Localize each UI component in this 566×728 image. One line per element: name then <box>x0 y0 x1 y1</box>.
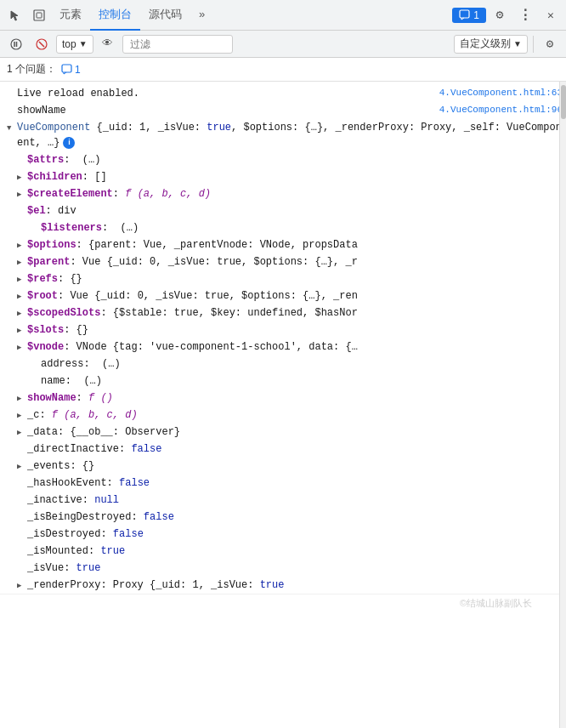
line-text: $createElement <box>27 186 113 202</box>
line-text: $root <box>27 288 58 304</box>
expand-arrow[interactable] <box>17 322 27 338</box>
console-line: $children: [] <box>0 168 566 185</box>
line-text: _hasHookEvent: <box>27 475 119 491</box>
line-text: _isDestroyed: <box>27 526 113 542</box>
tab-console[interactable]: 控制台 <box>90 0 140 31</box>
console-line: showName: f () <box>0 390 566 407</box>
console-line: _hasHookEvent: false <box>0 475 566 492</box>
line-text: _renderProxy: Proxy {_uid: 1, _isVue: <box>27 577 260 593</box>
box-icon[interactable] <box>27 3 51 27</box>
console-line: _c: f (a, b, c, d) <box>0 407 566 424</box>
console-line: $root: Vue {_uid: 0, _isVue: true, $opti… <box>0 287 566 304</box>
line-source-link[interactable]: 4.VueComponent.html:63 <box>439 86 563 101</box>
line-text: $attrs <box>27 152 64 168</box>
expand-arrow[interactable] <box>17 186 27 202</box>
svg-rect-8 <box>62 65 71 72</box>
line-text: name: (…) <box>41 373 102 389</box>
console-settings-icon[interactable]: ⚙ <box>539 33 561 55</box>
console-line: $attrs: (…) <box>0 151 566 168</box>
message-count: 1 <box>473 9 479 21</box>
line-text: showName <box>17 103 66 118</box>
expand-arrow[interactable] <box>17 458 27 474</box>
tab-more[interactable]: » <box>190 0 213 31</box>
console-line: $refs: {} <box>0 270 566 287</box>
expand-arrow[interactable] <box>17 407 27 423</box>
console-line: _isVue: true <box>0 560 566 577</box>
message-badge[interactable]: 1 <box>452 8 486 23</box>
svg-line-7 <box>39 42 44 47</box>
more-vert-icon[interactable]: ⋮ <box>513 3 537 27</box>
line-text: $refs <box>27 271 58 287</box>
line-text: _events: {} <box>27 458 94 474</box>
issues-label: 1 个问题： <box>7 62 56 77</box>
expand-arrow[interactable] <box>7 120 17 135</box>
console-line: $options: {parent: Vue, _parentVnode: VN… <box>0 236 566 253</box>
chevron-down-icon: ▼ <box>513 39 522 48</box>
line-text: $options <box>27 237 76 253</box>
line-text: VueComponent {_uid: 1, _isVue: true, $op… <box>17 120 563 151</box>
close-icon[interactable]: ✕ <box>539 3 563 27</box>
line-text: _data: {__ob__: Observer} <box>27 424 180 440</box>
line-text: address: (…) <box>41 356 121 372</box>
console-line: address: (…) <box>0 355 566 373</box>
scrollbar-track[interactable] <box>559 82 566 728</box>
watermark: ©结城山脉副队长 <box>460 597 532 610</box>
console-line: name: (…) <box>0 373 566 390</box>
console-area[interactable]: Live reload enabled. 4.VueComponent.html… <box>0 82 566 728</box>
line-text: $listeners <box>41 220 102 236</box>
console-line: showName 4.VueComponent.html:96 <box>0 102 566 119</box>
line-text: $el <box>27 203 46 219</box>
line-text: $parent <box>27 254 70 270</box>
settings-icon[interactable]: ⚙ <box>488 3 512 27</box>
tab-sources[interactable]: 源代码 <box>140 0 190 31</box>
svg-rect-2 <box>460 10 469 18</box>
line-text: $slots <box>27 322 64 338</box>
expand-arrow[interactable] <box>17 339 27 355</box>
console-line: _inactive: null <box>0 492 566 509</box>
console-line: _data: {__ob__: Observer} <box>0 424 566 441</box>
console-line: _directInactive: false <box>0 441 566 458</box>
line-source-link[interactable]: 4.VueComponent.html:96 <box>439 103 563 118</box>
console-line: _events: {} <box>0 458 566 475</box>
console-line: Live reload enabled. 4.VueComponent.html… <box>0 85 566 102</box>
line-text: _isBeingDestroyed: <box>27 509 144 525</box>
log-level-select[interactable]: 自定义级别 ▼ <box>454 35 528 54</box>
play-button[interactable] <box>5 33 27 55</box>
console-line: $listeners: (…) <box>0 219 566 236</box>
context-select[interactable]: top ▼ <box>56 35 93 54</box>
issues-count: 1 <box>75 64 81 76</box>
expand-arrow[interactable] <box>17 169 27 185</box>
watermark-container: ©结城山脉副队长 <box>0 594 566 611</box>
console-line: $slots: {} <box>0 321 566 338</box>
expand-arrow[interactable] <box>17 288 27 304</box>
eye-button[interactable]: 👁 <box>97 33 119 55</box>
issues-bar: 1 个问题： 1 <box>0 58 566 82</box>
expand-arrow[interactable] <box>17 390 27 406</box>
info-icon[interactable]: i <box>63 137 75 149</box>
toolbar: top ▼ 👁 自定义级别 ▼ ⚙ <box>0 31 566 58</box>
divider <box>533 36 534 53</box>
tab-right-actions: 1 ⚙ ⋮ ✕ <box>452 3 563 27</box>
console-line: _renderProxy: Proxy {_uid: 1, _isVue: tr… <box>0 577 566 594</box>
console-line: $createElement: f (a, b, c, d) <box>0 185 566 202</box>
expand-arrow[interactable] <box>17 237 27 253</box>
expand-arrow[interactable] <box>17 424 27 440</box>
line-text: Live reload enabled. <box>17 86 139 101</box>
tab-elements[interactable]: 元素 <box>51 0 90 31</box>
console-line: $scopedSlots: {$stable: true, $key: unde… <box>0 304 566 321</box>
expand-arrow[interactable] <box>17 271 27 287</box>
stop-button[interactable] <box>31 33 53 55</box>
line-text: _isVue: <box>27 560 76 576</box>
issues-badge-container[interactable]: 1 <box>61 64 81 76</box>
filter-input[interactable] <box>122 35 233 54</box>
expand-arrow[interactable] <box>17 577 27 593</box>
line-text: $scopedSlots <box>27 305 100 321</box>
console-line: _isBeingDestroyed: false <box>0 509 566 526</box>
console-line: VueComponent {_uid: 1, _isVue: true, $op… <box>0 119 566 151</box>
expand-arrow[interactable] <box>17 305 27 321</box>
tab-bar: 元素 控制台 源代码 » 1 ⚙ ⋮ ✕ <box>0 0 566 31</box>
expand-arrow[interactable] <box>17 254 27 270</box>
scrollbar-thumb[interactable] <box>561 85 566 119</box>
cursor-icon[interactable] <box>3 3 27 27</box>
line-text: _isMounted: <box>27 543 100 559</box>
